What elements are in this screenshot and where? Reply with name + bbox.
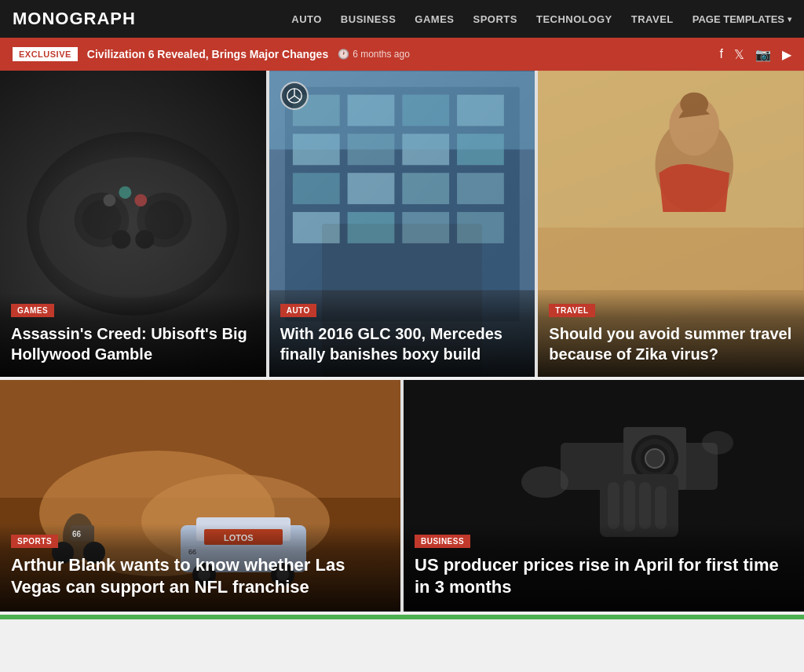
breaking-news-time: 🕐 6 months ago [338,49,410,60]
sports-category-badge[interactable]: SPORTS [11,535,58,548]
business-card[interactable]: BUSINESS US producer prices rise in Apri… [404,380,804,612]
nav-auto[interactable]: AUTO [291,13,322,25]
travel-category-badge[interactable]: TRAVEL [549,304,594,317]
svg-rect-21 [347,173,394,204]
svg-rect-26 [402,212,449,243]
bottom-accent-bar [0,615,804,619]
clock-icon: 🕐 [338,49,349,60]
travel-card-overlay: TRAVEL Should you avoid summer travel be… [538,293,804,377]
exclusive-badge: EXCLUSIVE [13,47,78,61]
nav-business[interactable]: BUSINESS [341,13,396,25]
svg-rect-68 [639,482,651,529]
sports-card-title: Arthur Blank wants to know whether Las V… [11,554,389,599]
breaking-news-left: EXCLUSIVE Civilization 6 Revealed, Bring… [13,47,410,61]
svg-point-64 [645,449,664,468]
auto-category-badge[interactable]: AUTO [280,304,316,317]
svg-rect-69 [655,486,667,529]
svg-line-32 [288,96,294,100]
sports-card[interactable]: LOTOS 66 66 SPORTS Arthur Blank wants to… [0,380,400,612]
svg-point-7 [103,194,115,206]
games-category-badge[interactable]: GAMES [11,304,54,317]
svg-point-0 [39,157,227,298]
top-grid: GAMES Assassin's Creed: Ubisoft's Big Ho… [0,71,804,377]
bottom-grid: LOTOS 66 66 SPORTS Arthur Blank wants to… [0,380,804,612]
svg-point-6 [135,230,154,249]
social-icons-group: f 𝕏 📷 ▶ [720,47,791,62]
games-card-title: Assassin's Creed: Ubisoft's Big Hollywoo… [11,323,255,364]
svg-rect-28 [269,71,535,150]
facebook-icon[interactable]: f [720,47,723,61]
travel-card-title: Should you avoid summer travel because o… [549,323,793,364]
chevron-down-icon: ▾ [788,15,791,24]
travel-card[interactable]: TRAVEL Should you avoid summer travel be… [538,71,804,377]
svg-rect-20 [293,173,340,204]
svg-point-70 [521,466,568,498]
auto-card[interactable]: AUTO With 2016 GLC 300, Mercedes finally… [269,71,535,377]
mercedes-logo [280,82,309,110]
business-card-title: US producer prices rise in April for fir… [415,554,793,599]
svg-point-5 [111,230,130,249]
breaking-news-title[interactable]: Civilization 6 Revealed, Brings Major Ch… [87,48,328,60]
main-nav: AUTO BUSINESS GAMES SPORTS TECHNOLOGY TR… [291,13,791,25]
svg-point-8 [119,186,131,199]
site-header: MONOGRAPH AUTO BUSINESS GAMES SPORTS TEC… [0,0,804,38]
breaking-news-bar: EXCLUSIVE Civilization 6 Revealed, Bring… [0,38,804,71]
business-card-overlay: BUSINESS US producer prices rise in Apri… [404,524,804,612]
auto-card-overlay: AUTO With 2016 GLC 300, Mercedes finally… [269,293,535,377]
svg-rect-66 [608,482,619,529]
svg-point-71 [702,431,733,455]
games-card-overlay: GAMES Assassin's Creed: Ubisoft's Big Ho… [0,293,266,377]
nav-technology[interactable]: TECHNOLOGY [536,13,612,25]
nav-travel[interactable]: TRAVEL [631,13,674,25]
svg-rect-23 [457,173,504,204]
nav-page-templates[interactable]: PAGE TEMPLATES ▾ [693,13,791,25]
games-card[interactable]: GAMES Assassin's Creed: Ubisoft's Big Ho… [0,71,266,377]
svg-rect-25 [347,212,394,243]
sports-card-overlay: SPORTS Arthur Blank wants to know whethe… [0,524,400,612]
site-logo: MONOGRAPH [13,9,136,29]
svg-rect-22 [402,173,449,204]
auto-card-title: With 2016 GLC 300, Mercedes finally bani… [280,323,524,364]
svg-rect-27 [457,212,504,243]
youtube-icon[interactable]: ▶ [782,47,791,62]
nav-sports[interactable]: SPORTS [473,13,517,25]
business-category-badge[interactable]: BUSINESS [415,535,470,548]
svg-line-33 [294,96,301,100]
svg-point-9 [134,194,147,206]
nav-games[interactable]: GAMES [415,13,454,25]
svg-rect-24 [293,212,340,243]
instagram-icon[interactable]: 📷 [755,47,771,62]
twitter-icon[interactable]: 𝕏 [734,47,744,62]
